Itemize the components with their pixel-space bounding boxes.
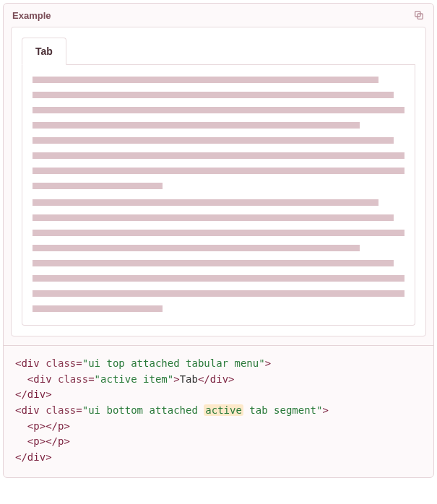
placeholder-line xyxy=(33,107,404,113)
placeholder-line xyxy=(33,290,404,297)
code-line: <div class="ui bottom attached active ta… xyxy=(15,403,422,419)
placeholder-paragraph xyxy=(33,77,404,189)
placeholder-line xyxy=(33,305,163,312)
code-line: <div class="active item">Tab</div> xyxy=(15,372,422,388)
placeholder-line xyxy=(33,230,404,236)
placeholder-line xyxy=(33,260,394,266)
tab-menu: Tab xyxy=(22,38,415,65)
code-line: </div> xyxy=(15,450,422,466)
tab-segment xyxy=(22,65,415,326)
placeholder-line xyxy=(33,92,394,98)
placeholder-line xyxy=(33,168,404,174)
placeholder-line xyxy=(33,152,404,159)
placeholder-line xyxy=(33,245,360,251)
example-header: Example xyxy=(4,4,433,27)
placeholder-line xyxy=(33,77,378,83)
copy-icon[interactable] xyxy=(413,9,425,21)
placeholder-line xyxy=(33,275,404,282)
tab-active[interactable]: Tab xyxy=(22,38,66,65)
example-container: Example Tab <div class="ui top attached … xyxy=(3,3,434,478)
placeholder-line xyxy=(33,214,394,221)
code-line: <p></p> xyxy=(15,434,422,450)
placeholder-line xyxy=(33,137,394,144)
placeholder-line xyxy=(33,183,163,189)
placeholder-line xyxy=(33,122,360,129)
placeholder-line xyxy=(33,199,378,206)
example-title: Example xyxy=(12,10,51,21)
placeholder-paragraph xyxy=(33,199,404,312)
code-line: </div> xyxy=(15,387,422,403)
code-line: <div class="ui top attached tabular menu… xyxy=(15,356,422,372)
code-line: <p></p> xyxy=(15,419,422,435)
demo-area: Tab xyxy=(11,27,426,336)
code-block: <div class="ui top attached tabular menu… xyxy=(4,345,433,477)
